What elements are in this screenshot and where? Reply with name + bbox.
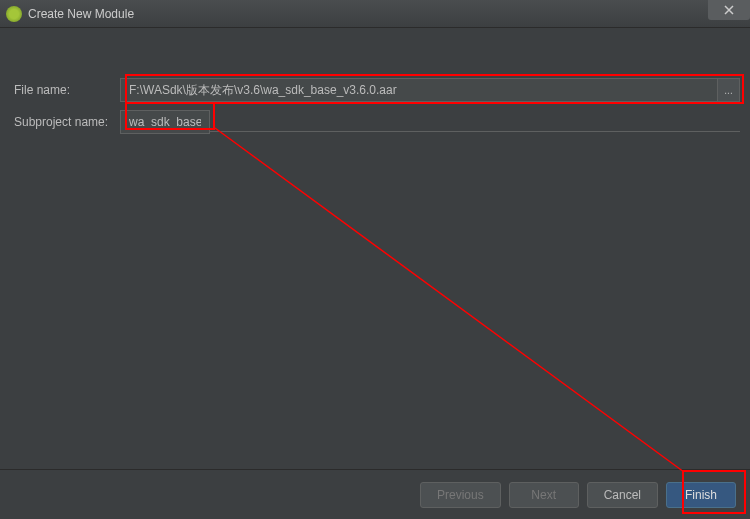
subproject-spacer bbox=[210, 131, 740, 132]
subproject-input-wrapper bbox=[120, 110, 740, 134]
file-name-label: File name: bbox=[10, 83, 120, 97]
subproject-row: Subproject name: bbox=[10, 110, 740, 134]
close-icon bbox=[724, 5, 734, 15]
app-icon bbox=[6, 6, 22, 22]
browse-button[interactable]: ... bbox=[718, 78, 740, 102]
button-bar: Previous Next Cancel Finish bbox=[0, 469, 750, 519]
titlebar: Create New Module bbox=[0, 0, 750, 28]
cancel-button[interactable]: Cancel bbox=[587, 482, 658, 508]
subproject-label: Subproject name: bbox=[10, 115, 120, 129]
subproject-input[interactable] bbox=[120, 110, 210, 134]
file-name-input-wrapper: ... bbox=[120, 78, 740, 102]
file-name-row: File name: ... bbox=[10, 78, 740, 102]
file-name-input[interactable] bbox=[120, 78, 718, 102]
window-title: Create New Module bbox=[28, 7, 134, 21]
close-button[interactable] bbox=[708, 0, 750, 20]
dialog-content: File name: ... Subproject name: bbox=[0, 28, 750, 469]
previous-button[interactable]: Previous bbox=[420, 482, 501, 508]
finish-button[interactable]: Finish bbox=[666, 482, 736, 508]
next-button[interactable]: Next bbox=[509, 482, 579, 508]
